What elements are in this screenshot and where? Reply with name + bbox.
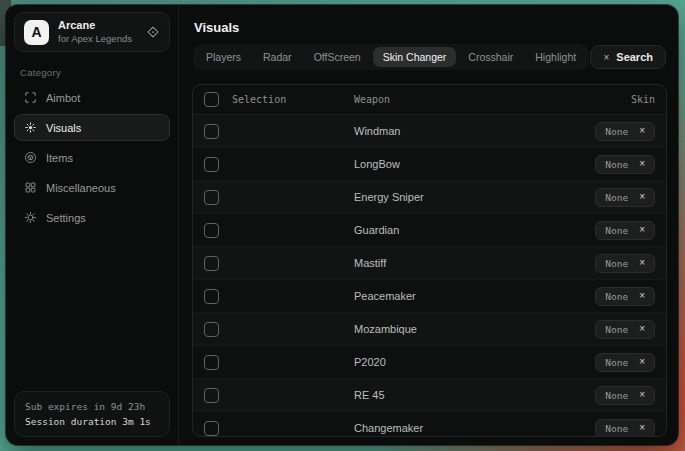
row-checkbox[interactable] xyxy=(204,388,219,403)
skin-changer-table: Selection Weapon Skin WindmanNone×LongBo… xyxy=(192,84,667,437)
row-checkbox[interactable] xyxy=(204,256,219,271)
clear-skin-icon[interactable]: × xyxy=(639,192,645,202)
skin-select-badge[interactable]: None× xyxy=(595,155,655,174)
skin-value: None xyxy=(605,390,628,401)
clear-skin-icon[interactable]: × xyxy=(639,423,645,433)
skin-select-badge[interactable]: None× xyxy=(595,221,655,240)
items-cube-icon xyxy=(24,151,37,164)
sidebar-item-label: Items xyxy=(46,152,73,164)
tab-highlight[interactable]: Highlight xyxy=(525,47,586,67)
row-checkbox[interactable] xyxy=(204,124,219,139)
table-row: PeacemakerNone× xyxy=(193,280,666,313)
row-checkbox[interactable] xyxy=(204,223,219,238)
sidebar-item-miscellaneous[interactable]: Miscellaneous xyxy=(14,174,170,201)
brand-card: A Arcane for Apex Legends xyxy=(14,12,170,52)
sidebar-item-label: Settings xyxy=(46,212,86,224)
row-selection-cell xyxy=(204,190,354,205)
desktop-background: A Arcane for Apex Legends Category Aimbo… xyxy=(0,0,685,451)
sidebar-item-label: Visuals xyxy=(46,122,81,134)
clear-skin-icon[interactable]: × xyxy=(639,324,645,334)
row-selection-cell xyxy=(204,322,354,337)
weapon-name: Guardian xyxy=(354,224,545,236)
sidebar-item-settings[interactable]: Settings xyxy=(14,204,170,231)
skin-select-badge[interactable]: None× xyxy=(595,419,655,438)
skin-select-badge[interactable]: None× xyxy=(595,287,655,306)
row-selection-cell xyxy=(204,157,354,172)
row-selection-cell xyxy=(204,421,354,436)
table-header-row: Selection Weapon Skin xyxy=(193,85,666,115)
select-all-checkbox[interactable] xyxy=(204,92,219,107)
clear-skin-icon[interactable]: × xyxy=(639,357,645,367)
skin-select-badge[interactable]: None× xyxy=(595,320,655,339)
skin-value: None xyxy=(605,357,628,368)
weapon-name: Changemaker xyxy=(354,422,545,434)
sidebar-item-label: Aimbot xyxy=(46,92,80,104)
table-row: Energy SniperNone× xyxy=(193,181,666,214)
search-button[interactable]: × Search xyxy=(590,45,666,69)
skin-select-badge[interactable]: None× xyxy=(595,188,655,207)
row-selection-cell xyxy=(204,289,354,304)
table-row: LongBowNone× xyxy=(193,148,666,181)
table-row: GuardianNone× xyxy=(193,214,666,247)
weapon-name: Mozambique xyxy=(354,323,545,335)
table-body: WindmanNone×LongBowNone×Energy SniperNon… xyxy=(193,115,666,437)
weapon-name: RE 45 xyxy=(354,389,545,401)
selection-column-header: Selection xyxy=(232,94,286,105)
skin-value: None xyxy=(605,291,628,302)
sub-expiry-text: Sub expires in 9d 23h xyxy=(25,399,159,414)
tab-crosshair[interactable]: Crosshair xyxy=(458,47,523,67)
clear-skin-icon[interactable]: × xyxy=(639,258,645,268)
clear-skin-icon[interactable]: × xyxy=(639,225,645,235)
tab-row: PlayersRadarOffScreenSkin ChangerCrossha… xyxy=(193,44,666,70)
tab-skin-changer[interactable]: Skin Changer xyxy=(373,47,457,67)
weapon-name: Windman xyxy=(354,125,545,137)
sidebar-item-visuals[interactable]: Visuals xyxy=(14,114,170,141)
clear-skin-icon[interactable]: × xyxy=(639,291,645,301)
skin-value: None xyxy=(605,258,628,269)
skin-select-badge[interactable]: None× xyxy=(595,122,655,141)
row-checkbox[interactable] xyxy=(204,355,219,370)
skin-value: None xyxy=(605,225,628,236)
row-checkbox[interactable] xyxy=(204,157,219,172)
table-row: P2020None× xyxy=(193,346,666,379)
tab-players[interactable]: Players xyxy=(196,47,251,67)
skin-value: None xyxy=(605,159,628,170)
row-selection-cell xyxy=(204,256,354,271)
app-name: Arcane xyxy=(58,19,137,33)
row-selection-cell xyxy=(204,388,354,403)
sidebar-item-items[interactable]: Items xyxy=(14,144,170,171)
skin-column-header: Skin xyxy=(631,94,655,105)
clear-skin-icon[interactable]: × xyxy=(639,159,645,169)
brand-settings-icon[interactable] xyxy=(146,25,160,39)
row-checkbox[interactable] xyxy=(204,421,219,436)
aimbot-target-icon xyxy=(24,91,37,104)
row-checkbox[interactable] xyxy=(204,289,219,304)
row-checkbox[interactable] xyxy=(204,322,219,337)
weapon-name: Energy Sniper xyxy=(354,191,545,203)
row-selection-cell xyxy=(204,124,354,139)
skin-select-badge[interactable]: None× xyxy=(595,353,655,372)
weapon-name: Mastiff xyxy=(354,257,545,269)
sidebar-item-aimbot[interactable]: Aimbot xyxy=(14,84,170,111)
tab-radar[interactable]: Radar xyxy=(253,47,302,67)
table-row: MastiffNone× xyxy=(193,247,666,280)
selection-header-cell: Selection xyxy=(204,92,354,107)
brand-text: Arcane for Apex Legends xyxy=(58,19,137,45)
category-label: Category xyxy=(20,67,178,78)
sidebar: A Arcane for Apex Legends Category Aimbo… xyxy=(6,5,179,445)
table-row: WindmanNone× xyxy=(193,115,666,148)
visuals-eye-icon xyxy=(24,121,37,134)
search-shortcut-icon: × xyxy=(603,52,609,63)
row-checkbox[interactable] xyxy=(204,190,219,205)
table-row: RE 45None× xyxy=(193,379,666,412)
session-info-card: Sub expires in 9d 23h Session duration 3… xyxy=(14,391,170,437)
sidebar-nav: AimbotVisualsItemsMiscellaneousSettings xyxy=(6,84,178,231)
main-panel: Visuals PlayersRadarOffScreenSkin Change… xyxy=(179,5,678,445)
skin-select-badge[interactable]: None× xyxy=(595,386,655,405)
weapon-column-header: Weapon xyxy=(354,94,545,105)
clear-skin-icon[interactable]: × xyxy=(639,390,645,400)
skin-value: None xyxy=(605,423,628,434)
clear-skin-icon[interactable]: × xyxy=(639,126,645,136)
skin-select-badge[interactable]: None× xyxy=(595,254,655,273)
tab-offscreen[interactable]: OffScreen xyxy=(304,47,371,67)
